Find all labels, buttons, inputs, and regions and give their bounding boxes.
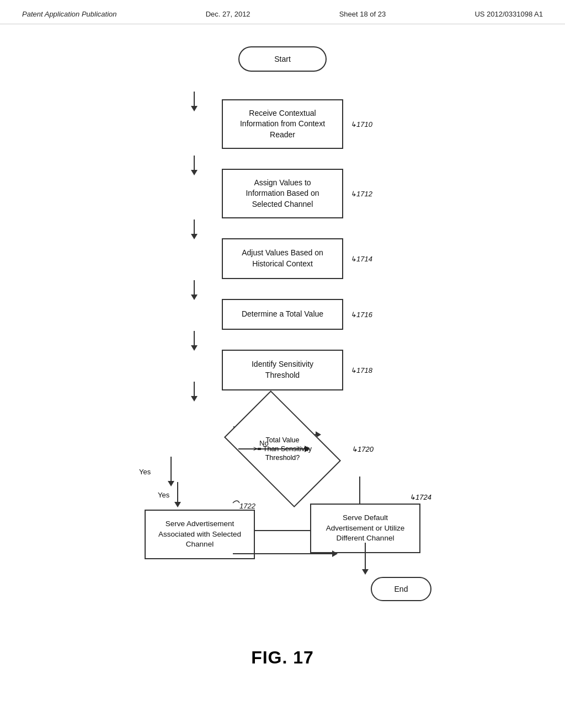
branch-row: Serve AdvertisementAssociated with Selec… — [122, 493, 443, 559]
svg-marker-31 — [362, 569, 369, 575]
box-1718-text: Identify SensitivityThreshold — [252, 359, 313, 381]
diamond-1720: Total Value>= Than SensitivityThreshold?… — [222, 410, 343, 488]
svg-marker-7 — [191, 295, 198, 300]
box-1724-text: Serve DefaultAdvertisement or UtilizeDif… — [326, 513, 405, 544]
yes-branch: Serve AdvertisementAssociated with Selec… — [134, 493, 266, 559]
step-1716: Determine a Total Value ↳1716 — [222, 299, 343, 330]
page-header: Patent Application Publication Dec. 27, … — [0, 0, 565, 24]
ref-1716: ↳1716 — [350, 311, 372, 319]
header-sheet: Sheet 18 of 23 — [339, 10, 386, 18]
ref-1724: ↳1724 — [409, 493, 431, 501]
ref-1710: ↳1710 — [350, 120, 372, 129]
box-1712-text: Assign Values toInformation Based onSele… — [246, 178, 319, 210]
box-1716-text: Determine a Total Value — [242, 309, 323, 320]
step-1712: Assign Values toInformation Based onSele… — [222, 169, 343, 218]
step-1710: Receive ContextualInformation from Conte… — [222, 99, 343, 149]
ref-1712: ↳1712 — [350, 190, 372, 198]
step-1714: Adjust Values Based onHistorical Context… — [222, 238, 343, 279]
box-1712: Assign Values toInformation Based onSele… — [222, 169, 343, 218]
ref-1720: ↳1720 — [351, 445, 374, 453]
start-step: Start — [238, 46, 327, 72]
end-label: End — [395, 585, 408, 593]
step-1718: Identify SensitivityThreshold ↳1718 — [222, 350, 343, 390]
svg-marker-9 — [191, 345, 198, 351]
box-1722-text: Serve AdvertisementAssociated with Selec… — [158, 519, 241, 550]
end-step: End — [371, 577, 431, 601]
figure-caption: FIG. 17 — [251, 647, 314, 668]
branch-section: Total Value>= Than SensitivityThreshold?… — [117, 410, 448, 559]
svg-marker-11 — [191, 396, 198, 402]
ref-1718: ↳1718 — [350, 366, 372, 374]
box-1722: Serve AdvertisementAssociated with Selec… — [145, 510, 255, 559]
header-publication-label: Patent Application Publication — [22, 10, 117, 18]
box-1710: Receive ContextualInformation from Conte… — [222, 99, 343, 149]
ref-1714: ↳1714 — [350, 255, 372, 263]
diagram-container: No Yes 1722 Start Receive ContextualInfo… — [0, 24, 565, 668]
no-branch: ↳1724 Serve DefaultAdvertisement or Util… — [299, 493, 431, 553]
header-date: Dec. 27, 2012 — [206, 10, 250, 18]
diamond-1720-text: Total Value>= Than SensitivityThreshold? — [247, 436, 318, 463]
header-patent: US 2012/0331098 A1 — [475, 10, 543, 18]
box-1714-text: Adjust Values Based onHistorical Context — [242, 248, 323, 269]
svg-marker-1 — [191, 106, 198, 111]
box-1714: Adjust Values Based onHistorical Context… — [222, 238, 343, 279]
box-1716: Determine a Total Value ↳1716 — [222, 299, 343, 330]
start-label: Start — [274, 55, 291, 63]
svg-marker-5 — [191, 234, 198, 239]
start-box: Start — [238, 46, 327, 72]
box-1724: Serve DefaultAdvertisement or UtilizeDif… — [310, 504, 420, 553]
svg-marker-3 — [191, 170, 198, 175]
box-1718: Identify SensitivityThreshold ↳1718 — [222, 350, 343, 390]
end-box: End — [371, 577, 431, 601]
box-1710-text: Receive ContextualInformation from Conte… — [240, 108, 325, 141]
